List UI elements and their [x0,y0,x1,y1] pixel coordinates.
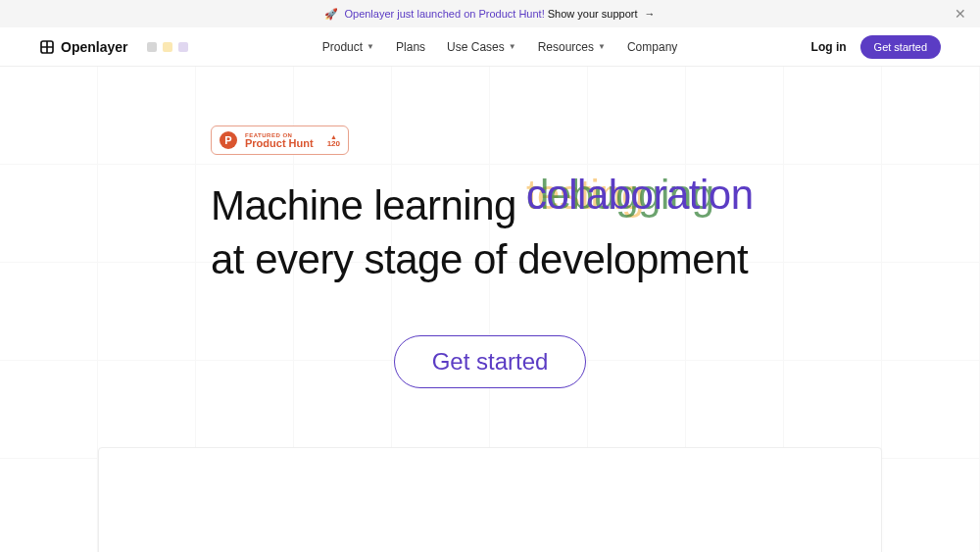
nav-company-label: Company [627,40,677,54]
chevron-down-icon: ▼ [598,42,606,51]
chevron-down-icon: ▼ [367,42,374,51]
hero-get-started-button[interactable]: Get started [394,335,587,388]
ph-upvote: ▲ 120 [327,133,340,148]
product-hunt-badge[interactable]: P FEATURED ON Product Hunt ▲ 120 [211,125,349,155]
rocket-icon: 🚀 [324,8,338,21]
banner-text-purple: Openlayer just launched on Product Hunt! [344,8,544,20]
nav-plans[interactable]: Plans [396,40,425,54]
get-started-button[interactable]: Get started [860,35,941,59]
nav-product[interactable]: Product ▼ [322,40,374,54]
nav-use-cases-label: Use Cases [447,40,505,54]
login-link[interactable]: Log in [811,40,847,54]
site-header: Openlayer Product ▼ Plans Use Cases ▼ Re… [0,27,980,67]
nav-plans-label: Plans [396,40,425,54]
nav-product-label: Product [322,40,363,54]
hero-headline: Machine learning testing debugging colla… [211,169,980,286]
banner-text-dark: Show your support [548,8,638,20]
chevron-down-icon: ▼ [509,42,516,51]
partner-logos [147,42,188,52]
nav-resources-label: Resources [538,40,594,54]
partner-logo-3 [178,42,188,52]
headline-prefix: Machine learning [211,179,516,233]
brand-logo[interactable]: Openlayer [39,39,127,55]
partner-logo-1 [147,42,157,52]
nav-company[interactable]: Company [627,40,677,54]
main-nav: Product ▼ Plans Use Cases ▼ Resources ▼ … [188,40,810,54]
content-card [98,447,882,552]
hero-cta: Get started [0,335,980,388]
brand-name: Openlayer [61,39,127,55]
partner-logo-2 [163,42,172,52]
ph-upvote-count: 120 [327,140,340,148]
nav-right: Log in Get started [811,35,941,59]
headline-line-1: Machine learning testing debugging colla… [211,169,980,233]
headline-line-2: at every stage of development [211,233,980,287]
openlayer-logo-icon [39,39,55,55]
close-icon[interactable]: ✕ [955,6,966,22]
arrow-right-icon: → [645,8,656,20]
announcement-banner: 🚀 Openlayer just launched on Product Hun… [0,0,980,27]
headline-word-1: collaboration [526,169,754,223]
hero-section: P FEATURED ON Product Hunt ▲ 120 Machine… [0,67,980,552]
nav-use-cases[interactable]: Use Cases ▼ [447,40,516,54]
product-hunt-icon: P [220,131,237,149]
product-hunt-text: FEATURED ON Product Hunt [245,132,314,149]
ph-name-label: Product Hunt [245,138,314,149]
nav-resources[interactable]: Resources ▼ [538,40,606,54]
banner-link[interactable]: Openlayer just launched on Product Hunt!… [344,8,655,20]
